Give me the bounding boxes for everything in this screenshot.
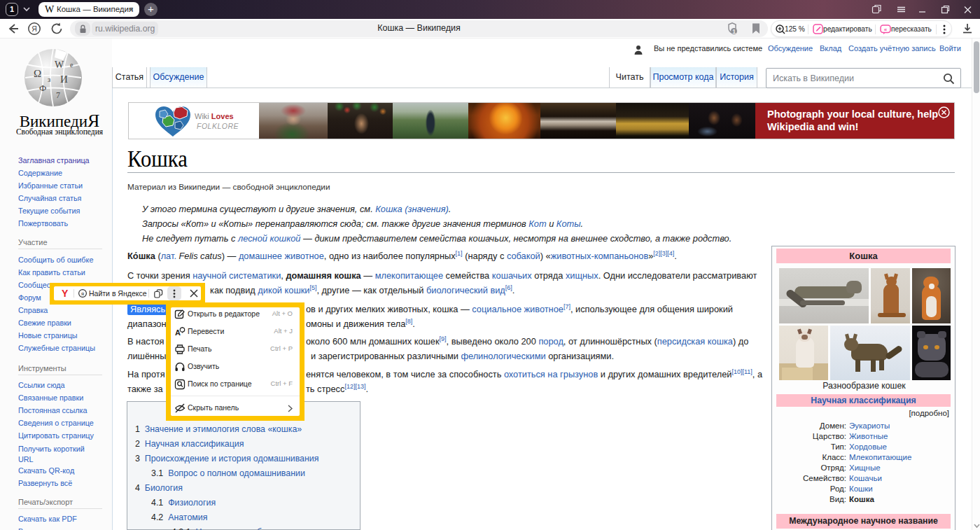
svg-text:з: з [48,75,50,83]
svg-text:1: 1 [732,28,736,35]
svg-text:Ω: Ω [34,68,41,79]
svg-text:я: я [81,291,84,297]
svg-text:«: « [884,27,888,33]
svg-text:7: 7 [56,90,60,100]
svg-text:е: е [70,61,74,69]
svg-text:W: W [55,60,64,70]
svg-text:Я: Я [31,25,37,33]
svg-text:И: И [60,74,68,85]
svg-text:Ф: Ф [39,83,46,93]
